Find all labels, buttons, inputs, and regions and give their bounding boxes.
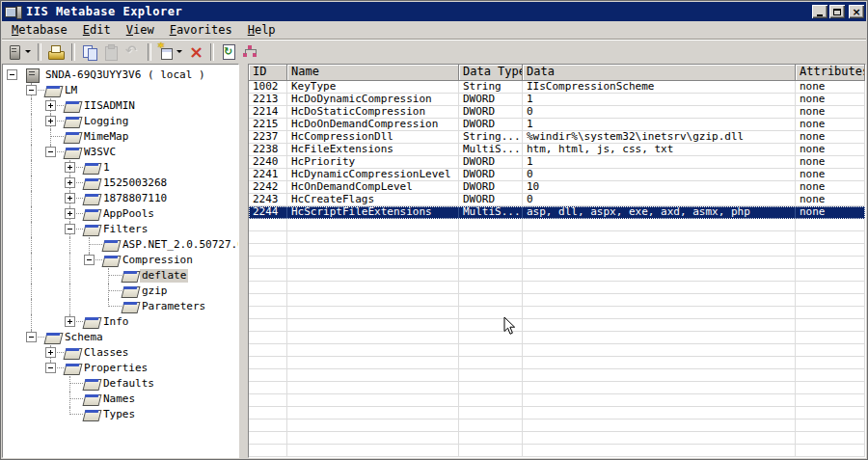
dropdown-arrow-icon[interactable] xyxy=(25,50,31,53)
tree-guide xyxy=(31,98,32,114)
tree-item-lm[interactable]: LM xyxy=(3,83,238,98)
column-header-attributes[interactable]: Attributes xyxy=(796,65,865,81)
tree-item-defaults[interactable]: Defaults xyxy=(3,376,238,392)
table-row-2237[interactable]: 2237HcCompressionDllString...%windir%\sy… xyxy=(249,131,865,144)
tree-item-snda-69q3uyy3v6-local[interactable]: SNDA-69Q3UYY3V6 ( local ) xyxy=(3,68,238,83)
tree-item-asp-net-2-0-50727-0[interactable]: ASP.NET_2.0.50727.0 xyxy=(3,237,238,253)
save-button[interactable] xyxy=(46,41,67,63)
table-row-2241[interactable]: 2241HcDynamicCompressionLevelDWORD0none xyxy=(249,169,865,181)
tree-item-info[interactable]: Info xyxy=(3,314,238,330)
view-hierarchy-button[interactable] xyxy=(240,41,260,63)
cell-attributes: none xyxy=(796,206,865,219)
expand-icon[interactable] xyxy=(65,193,75,203)
cell-id: 2244 xyxy=(249,206,287,219)
collapse-icon[interactable] xyxy=(26,85,37,95)
expand-icon[interactable] xyxy=(65,177,75,188)
tree-item-label: MimeMap xyxy=(82,130,130,144)
tree-item-label: IISADMIN xyxy=(82,99,137,113)
table-row-2242[interactable]: 2242HcOnDemandCompLevelDWORD10none xyxy=(249,181,865,194)
expand-icon[interactable] xyxy=(65,162,75,173)
cell-id xyxy=(249,457,287,458)
tree-item-compression[interactable]: Compression xyxy=(3,253,238,268)
key-icon xyxy=(83,163,102,175)
new-key-button[interactable] xyxy=(156,41,184,63)
table-row-2215[interactable]: 2215HcDoOnDemandCompressionDWORD1none xyxy=(249,119,865,131)
expand-icon[interactable] xyxy=(45,347,56,358)
tree-item-types[interactable]: Types xyxy=(3,407,238,422)
table-row-2214[interactable]: 2214HcDoStaticCompressionDWORD0none xyxy=(249,106,865,119)
menu-metabase[interactable]: Metabase xyxy=(4,22,75,39)
tree-item-logging[interactable]: Logging xyxy=(3,114,238,129)
maximize-button[interactable] xyxy=(829,5,845,18)
dropdown-arrow-icon[interactable] xyxy=(176,50,182,53)
delete-key-button[interactable] xyxy=(185,41,205,63)
tree-item-label: AppPools xyxy=(101,207,156,221)
collapse-icon[interactable] xyxy=(7,69,17,80)
expand-icon[interactable] xyxy=(65,208,75,219)
cell-attributes xyxy=(796,382,865,394)
menu-favorites[interactable]: Favorites xyxy=(162,22,240,39)
cell-id: 2242 xyxy=(249,181,287,194)
table-row-2238[interactable]: 2238HcFileExtensionsMultiS...htm, html, … xyxy=(249,144,865,156)
collapse-icon[interactable] xyxy=(65,224,75,234)
cell-data-type xyxy=(459,282,523,294)
tree-item-1[interactable]: 1 xyxy=(3,160,238,176)
tree-item-iisadmin[interactable]: IISADMIN xyxy=(3,98,238,114)
tree-item-names[interactable]: Names xyxy=(3,392,238,407)
tree-guide xyxy=(51,136,64,137)
tree-item-deflate[interactable]: deflate xyxy=(3,268,238,284)
table-row-2243[interactable]: 2243HcCreateFlagsDWORD0none xyxy=(249,194,865,206)
tree-item-1525003268[interactable]: 1525003268 xyxy=(3,176,238,191)
tree-guide xyxy=(31,160,32,176)
table-row-2244[interactable]: 2244HcScriptFileExtensionsMultiS...asp, … xyxy=(249,206,865,219)
copy-key-button[interactable] xyxy=(80,41,100,63)
toolbar-separator xyxy=(148,43,151,61)
column-header-name[interactable]: Name xyxy=(287,65,459,81)
tree-item-w3svc[interactable]: W3SVC xyxy=(3,145,238,160)
tree-item-gzip[interactable]: gzip xyxy=(3,284,238,299)
cell-data-type: MultiS... xyxy=(459,206,523,219)
table-row-empty xyxy=(249,244,865,257)
collapse-icon[interactable] xyxy=(45,363,56,373)
cell-name xyxy=(287,282,459,294)
tree-item-filters[interactable]: Filters xyxy=(3,222,238,237)
menu-edit[interactable]: Edit xyxy=(75,22,119,39)
cell-attributes: none xyxy=(796,106,865,119)
tree-item-apppools[interactable]: AppPools xyxy=(3,206,238,222)
table-row-2213[interactable]: 2213HcDoDynamicCompressionDWORD1none xyxy=(249,94,865,106)
collapse-icon[interactable] xyxy=(26,332,37,342)
tree-item-parameters[interactable]: Parameters xyxy=(3,299,238,314)
tree-item-schema[interactable]: Schema xyxy=(3,330,238,345)
cell-name: HcCompressionDll xyxy=(287,131,459,144)
tree-item-classes[interactable]: Classes xyxy=(3,345,238,361)
key-icon xyxy=(102,256,122,267)
tree-item-properties[interactable]: Properties xyxy=(3,361,238,376)
refresh-button[interactable] xyxy=(219,41,239,63)
undo-button[interactable] xyxy=(122,41,143,63)
collapse-icon[interactable] xyxy=(84,255,95,265)
paste-key-button[interactable] xyxy=(101,41,122,63)
table-row-1002[interactable]: 1002KeyTypeStringIIsCompressionSchemenon… xyxy=(249,81,865,94)
cell-data: htm, html, js, css, txt xyxy=(523,144,796,156)
table-row-2240[interactable]: 2240HcPriorityDWORD1none xyxy=(249,156,865,169)
cell-id xyxy=(249,445,287,457)
cell-data xyxy=(523,219,796,231)
window-controls: × xyxy=(812,5,864,18)
column-header-data-type[interactable]: Data Type xyxy=(459,65,523,81)
menu-help[interactable]: Help xyxy=(240,22,284,39)
column-header-id[interactable]: ID xyxy=(249,65,287,81)
tree-item-1878807110[interactable]: 1878807110 xyxy=(3,191,238,206)
expand-icon[interactable] xyxy=(45,100,56,111)
collapse-icon[interactable] xyxy=(45,147,56,157)
expand-icon[interactable] xyxy=(65,316,75,327)
menu-view[interactable]: View xyxy=(119,22,162,39)
cell-data xyxy=(523,332,796,344)
expand-icon[interactable] xyxy=(45,116,56,126)
tree-item-mimemap[interactable]: MimeMap xyxy=(3,129,238,145)
close-button[interactable]: × xyxy=(849,5,864,18)
minimize-button[interactable] xyxy=(812,5,827,18)
panel-splitter[interactable] xyxy=(239,64,248,458)
cell-data-type xyxy=(459,445,523,457)
connect-computer-button[interactable] xyxy=(5,41,33,63)
column-header-data[interactable]: Data xyxy=(523,65,796,81)
